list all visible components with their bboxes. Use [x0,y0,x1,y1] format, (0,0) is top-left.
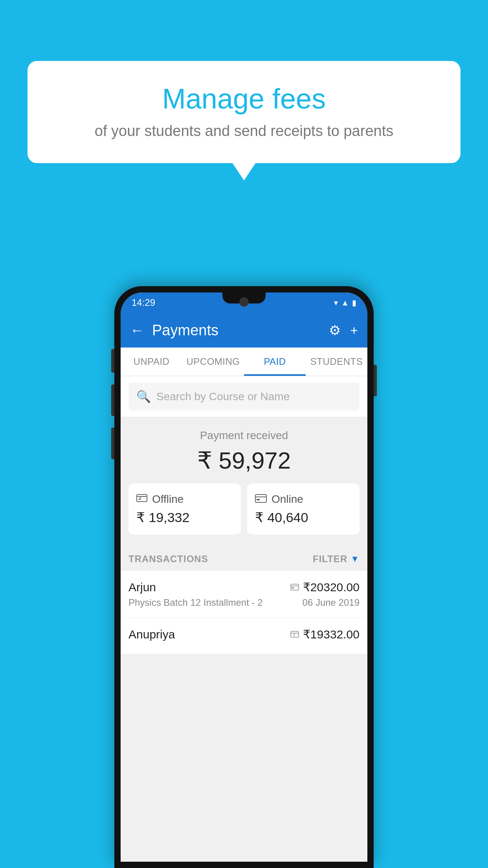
online-payment-type-icon-1 [290,582,299,593]
tab-unpaid[interactable]: UNPAID [121,348,182,376]
offline-payment-card: ₹ Offline ₹ 19,332 [128,484,241,535]
filter-label: FILTER [313,554,347,565]
battery-icon: ▮ [352,298,356,307]
phone-volume-down-button [111,428,114,459]
search-bar[interactable]: 🔍 Search by Course or Name [128,383,360,410]
payment-received-amount: ₹ 59,972 [128,447,360,474]
transaction-date-1: 06 June 2019 [303,597,360,608]
transaction-row[interactable]: Anupriya ₹ ₹19332.00 [121,618,367,654]
online-label: Online [272,493,303,506]
settings-icon[interactable]: ⚙ [329,322,341,338]
online-card-header: Online [255,493,352,506]
phone-power-button [374,365,377,396]
speech-bubble-container: Manage fees of your students and send re… [28,61,460,163]
app-bar: ← Payments ⚙ + [121,313,367,348]
transaction-name-2: Anupriya [128,628,175,641]
search-container: 🔍 Search by Course or Name [121,376,367,417]
svg-text:₹: ₹ [293,633,295,637]
transaction-amount-area-1: ₹20320.00 [290,580,360,594]
offline-payment-icon: ₹ [136,493,147,506]
phone-volume-up-button [111,384,114,416]
app-bar-title: Payments [152,322,321,339]
payment-received-label: Payment received [128,429,360,442]
svg-rect-7 [291,584,299,590]
online-amount: ₹ 40,640 [255,509,352,525]
payment-received-section: Payment received ₹ 59,972 ₹ [121,417,367,544]
add-icon[interactable]: + [350,323,358,338]
transaction-top-1: Arjun ₹20320.00 [128,580,360,594]
transaction-row[interactable]: Arjun ₹20320.00 Physics Batch 12 Install… [121,571,367,618]
svg-rect-9 [292,587,294,588]
svg-rect-0 [137,495,147,502]
transaction-amount-2: ₹19332.00 [303,627,360,641]
tab-upcoming[interactable]: UPCOMING [182,348,244,376]
status-icons: ▾ ▲ ▮ [334,298,356,307]
transaction-name-1: Arjun [128,581,156,594]
svg-text:₹: ₹ [139,497,141,501]
transaction-amount-area-2: ₹ ₹19332.00 [290,627,360,641]
transaction-amount-1: ₹20320.00 [303,580,360,594]
tab-students[interactable]: STUDENTS [306,348,367,376]
back-button[interactable]: ← [130,322,144,338]
transaction-course-1: Physics Batch 12 Installment - 2 [128,597,262,608]
svg-rect-6 [257,499,260,500]
offline-amount: ₹ 19,332 [136,509,233,525]
offline-payment-type-icon-2: ₹ [290,629,299,640]
transaction-top-2: Anupriya ₹ ₹19332.00 [128,627,360,641]
wifi-icon: ▾ [334,298,338,307]
svg-rect-4 [255,495,266,502]
search-icon: 🔍 [136,390,151,403]
tabs-container: UNPAID UPCOMING PAID STUDENTS [121,348,367,376]
phone-frame: 14:29 ▾ ▲ ▮ ← Payments ⚙ + UNPAID UPCOMI… [114,286,374,868]
transaction-bottom-1: Physics Batch 12 Installment - 2 06 June… [128,597,360,608]
offline-label: Offline [152,493,183,506]
payment-cards: ₹ Offline ₹ 19,332 [128,484,360,535]
signal-icon: ▲ [341,298,349,307]
phone-screen: 14:29 ▾ ▲ ▮ ← Payments ⚙ + UNPAID UPCOMI… [121,292,367,862]
app-bar-actions: ⚙ + [329,322,358,338]
speech-bubble: Manage fees of your students and send re… [28,61,460,163]
phone-side-button-1 [111,349,114,373]
search-input[interactable]: Search by Course or Name [156,390,290,403]
filter-button[interactable]: FILTER ▼ [313,554,360,565]
camera-notch [239,297,249,307]
online-payment-card: Online ₹ 40,640 [247,484,360,535]
transactions-header: TRANSACTIONS FILTER ▼ [121,544,367,571]
bubble-subtitle: of your students and send receipts to pa… [51,123,437,140]
transactions-label: TRANSACTIONS [128,554,208,565]
filter-icon: ▼ [350,554,360,564]
online-payment-icon [255,493,267,506]
status-time: 14:29 [132,297,155,308]
offline-card-header: ₹ Offline [136,493,233,506]
bubble-title: Manage fees [51,83,437,115]
tab-paid[interactable]: PAID [244,348,306,376]
